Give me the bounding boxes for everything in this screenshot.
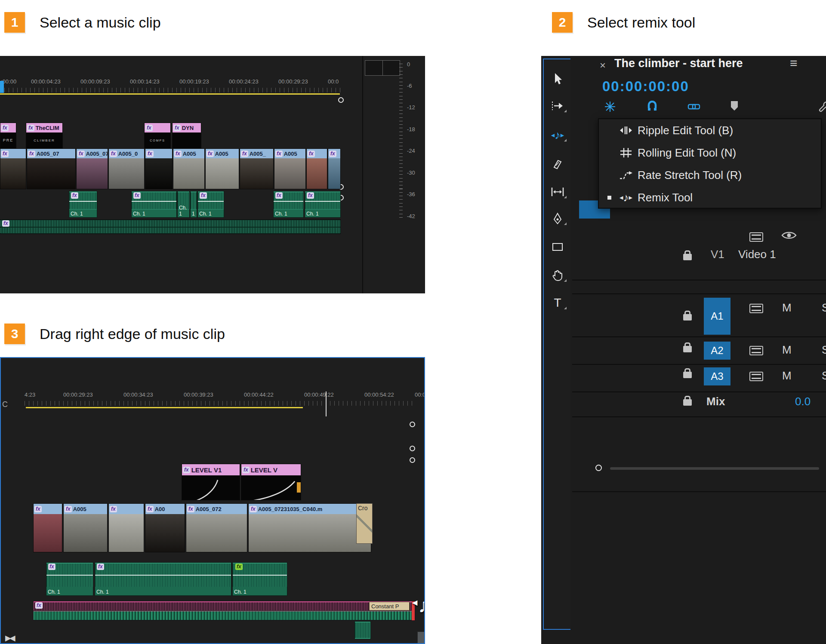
horizontal-scrollbar[interactable]	[610, 467, 819, 470]
graphics-clip[interactable]: fxDYN	[172, 123, 201, 148]
snap-toggle[interactable]	[646, 101, 658, 114]
video-clip[interactable]: fx	[0, 148, 26, 189]
mix-volume-value[interactable]: 0.0	[795, 395, 811, 408]
video-clip[interactable]: fxA005	[274, 148, 306, 189]
hand-tool[interactable]	[550, 268, 565, 283]
audio-clip[interactable]: fx Ch. 1	[197, 191, 224, 218]
audio-clip[interactable]: 1	[190, 191, 197, 218]
video-clip[interactable]: fxA005_0	[108, 148, 145, 189]
video-clip[interactable]: fx	[108, 503, 144, 552]
track-select-tool[interactable]	[550, 98, 565, 114]
track-settings-icon[interactable]	[749, 232, 763, 242]
scroll-handle[interactable]	[410, 422, 415, 427]
video-clip[interactable]: fxA005_07231035_C040.m	[248, 503, 371, 552]
mute-button[interactable]: M	[782, 369, 792, 382]
scroll-handle[interactable]	[410, 446, 415, 451]
video-clip[interactable]: fx	[328, 148, 341, 189]
close-tab-icon[interactable]: ×	[600, 59, 606, 71]
video-clip[interactable]: fx	[33, 503, 62, 552]
video-clip[interactable]: fxA005_07	[27, 148, 76, 189]
volume-line[interactable]	[305, 201, 340, 202]
video-clip[interactable]: fxA005	[205, 148, 239, 189]
timeline-ruler[interactable]: :00:00 00:00:04:23 00:00:09:23 00:00:14:…	[0, 76, 341, 95]
audio-clip[interactable]: fx Ch. 1	[232, 562, 287, 596]
menu-item-remix-tool[interactable]: ◀♪▶ Remix Tool	[599, 186, 821, 209]
scroll-handle[interactable]	[338, 97, 344, 103]
music-clip[interactable]: fx Constant P	[33, 601, 415, 621]
track-settings-icon[interactable]	[749, 304, 763, 313]
audio-clip[interactable]: Ch. 1	[177, 191, 190, 218]
volume-line[interactable]	[69, 201, 97, 202]
constant-power-transition[interactable]: Constant P	[369, 602, 410, 610]
volume-line[interactable]	[198, 201, 224, 202]
razor-tool[interactable]	[550, 157, 565, 172]
volume-line[interactable]	[132, 201, 176, 202]
transition-clip[interactable]: Cro	[356, 503, 373, 544]
track-lock-icon[interactable]	[683, 346, 692, 352]
audio-clip[interactable]: fx Ch. 1	[69, 191, 97, 218]
volume-line[interactable]	[233, 575, 287, 576]
video-clip[interactable]: fx	[145, 148, 173, 189]
track-a3-target[interactable]: A3	[704, 367, 730, 385]
track-lock-icon[interactable]	[683, 254, 692, 260]
menu-item-rolling-edit[interactable]: Rolling Edit Tool (N)	[599, 142, 821, 164]
type-tool[interactable]: T	[550, 295, 565, 311]
menu-item-ripple-edit[interactable]: Ripple Edit Tool (B)	[599, 119, 821, 142]
scroll-handle[interactable]	[410, 457, 415, 463]
video-clip[interactable]: fx	[306, 148, 327, 189]
playhead-line[interactable]	[326, 391, 327, 416]
solo-button[interactable]: S	[822, 301, 826, 314]
playhead-timecode[interactable]: 00:00:00:00	[602, 78, 689, 95]
solo-button[interactable]: S	[822, 343, 826, 357]
video-clip[interactable]: fxA005_	[240, 148, 274, 189]
remix-tool-active[interactable]: ◀♪▶	[550, 127, 565, 143]
menu-item-rate-stretch[interactable]: Rate Stretch Tool (R)	[599, 164, 821, 186]
timeline-ruler[interactable]: 4:23 00:00:29:23 00:00:34:23 00:00:39:23…	[1, 390, 424, 409]
track-lock-icon[interactable]	[683, 372, 692, 378]
graphics-clip[interactable]: fxTheCLIM CLIMBER	[26, 123, 63, 148]
track-lock-icon[interactable]	[683, 314, 692, 320]
rectangle-tool[interactable]	[550, 239, 565, 255]
timeline-settings-button[interactable]	[817, 100, 826, 114]
slip-tool[interactable]	[550, 184, 565, 200]
video-clip[interactable]: fxA005_072	[186, 503, 247, 552]
mute-button[interactable]: M	[782, 343, 792, 357]
video-clip[interactable]: fxA005	[63, 503, 108, 552]
toggle-track-output[interactable]	[781, 230, 797, 243]
graphics-clip[interactable]: fxLEVEL V	[241, 464, 301, 500]
track-settings-icon[interactable]	[749, 372, 763, 381]
sequence-tab-title[interactable]: The climber - start here	[614, 57, 743, 70]
audio-clip[interactable]: fx Ch. 1	[95, 562, 231, 596]
graphics-clip[interactable]: fxLEVEL V1	[182, 464, 240, 500]
playhead-marker[interactable]	[0, 81, 4, 93]
video-clip[interactable]: fxA00	[145, 503, 185, 552]
audio-clip[interactable]: fx Ch. 1	[46, 562, 93, 596]
panel-menu-icon[interactable]: ≡	[790, 56, 798, 71]
nest-toggle[interactable]	[604, 101, 616, 114]
audio-clip[interactable]: fx Ch. 1	[273, 191, 304, 218]
scrollbar-handle[interactable]	[595, 465, 602, 471]
track-lock-icon[interactable]	[683, 399, 692, 406]
track-a2-target[interactable]: A2	[704, 342, 730, 360]
volume-line[interactable]	[95, 575, 231, 576]
graphics-clip[interactable]: fx PRE	[0, 123, 16, 148]
volume-line[interactable]	[46, 575, 93, 576]
linked-selection-toggle[interactable]	[687, 101, 700, 114]
track-v1-target[interactable]: V1	[711, 248, 724, 261]
pen-tool[interactable]	[550, 211, 565, 226]
mute-button[interactable]: M	[782, 301, 792, 314]
graphics-clip[interactable]: fx COMPS	[144, 123, 171, 148]
bowtie-icon[interactable]: ▶◀	[5, 633, 15, 643]
music-track-clip[interactable]: fx	[0, 219, 341, 234]
track-settings-icon[interactable]	[749, 346, 763, 355]
audio-clip[interactable]: fx Ch. 1	[305, 191, 341, 218]
solo-button[interactable]: S	[822, 369, 826, 382]
add-marker-button[interactable]	[730, 100, 739, 114]
selection-tool[interactable]	[550, 71, 565, 87]
audio-clip-small[interactable]	[354, 621, 371, 639]
audio-clip[interactable]: fx Ch. 1	[131, 191, 177, 218]
track-a1-target[interactable]: A1	[704, 298, 730, 335]
volume-line[interactable]	[274, 201, 303, 202]
video-clip[interactable]: fxA005	[173, 148, 205, 189]
video-clip[interactable]: fxA005_07	[76, 148, 108, 189]
